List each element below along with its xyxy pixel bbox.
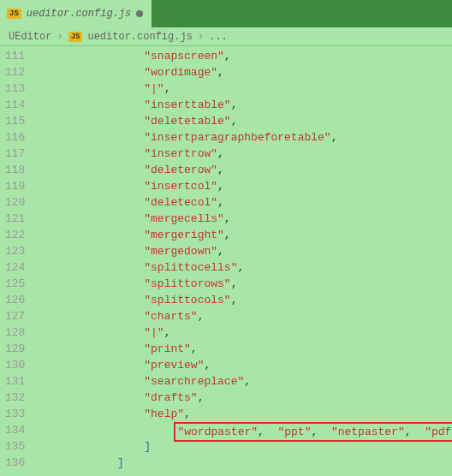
line-number: 112 xyxy=(5,64,25,80)
code-editor[interactable]: 1111121131141151161171181191201211221231… xyxy=(0,46,452,476)
line-number: 116 xyxy=(5,129,25,146)
chevron-right-icon: › xyxy=(198,31,204,43)
js-icon: JS xyxy=(68,32,83,42)
line-number: 119 xyxy=(5,178,25,194)
code-line: "deletecol", xyxy=(37,194,452,211)
line-number: 122 xyxy=(5,227,25,243)
chevron-right-icon: › xyxy=(56,31,62,43)
js-icon: JS xyxy=(7,9,21,19)
line-number: 135 xyxy=(5,438,25,455)
code-line: "|", xyxy=(37,324,452,341)
code-line: "snapscreen", xyxy=(37,48,452,64)
line-number: 113 xyxy=(5,80,25,97)
dirty-indicator-icon[interactable] xyxy=(136,10,143,17)
breadcrumb-more[interactable]: ... xyxy=(209,31,228,43)
breadcrumb: UEditor › JS ueditor.config.js › ... xyxy=(0,27,452,46)
line-number: 128 xyxy=(5,324,25,341)
code-line: ] xyxy=(37,455,452,471)
line-number: 121 xyxy=(5,211,25,227)
line-number: 127 xyxy=(5,308,25,324)
code-line: "deletetable", xyxy=(37,113,452,129)
code-line: "|", xyxy=(37,80,452,97)
code-line: "insertrow", xyxy=(37,146,452,162)
tab-ueditor-config[interactable]: JS ueditor.config.js xyxy=(0,0,152,27)
breadcrumb-root[interactable]: UEditor xyxy=(9,31,51,43)
code-line: "deleterow", xyxy=(37,162,452,178)
line-number: 131 xyxy=(5,373,25,390)
line-number-gutter: 1111121131141151161171181191201211221231… xyxy=(0,46,37,476)
code-line: "mergecells", xyxy=(37,211,452,227)
line-number: 123 xyxy=(5,243,25,259)
line-number: 124 xyxy=(5,259,25,276)
code-line: "preview", xyxy=(37,357,452,373)
code-line: "splittocells", xyxy=(37,259,452,276)
line-number: 129 xyxy=(5,341,25,357)
line-number: 130 xyxy=(5,357,25,373)
line-number: 111 xyxy=(5,48,25,64)
code-line: "wordpaster", "ppt", "netpaster", "pdf" xyxy=(37,422,452,438)
code-line: "drafts", xyxy=(37,390,452,406)
code-line: "mergeright", xyxy=(37,227,452,243)
line-number: 132 xyxy=(5,390,25,406)
line-number: 126 xyxy=(5,292,25,308)
line-number: 114 xyxy=(5,97,25,113)
code-line: "insertcol", xyxy=(37,178,452,194)
code-line: "charts", xyxy=(37,308,452,324)
line-number: 117 xyxy=(5,146,25,162)
code-line: "mergedown", xyxy=(37,243,452,259)
code-line: "inserttable", xyxy=(37,97,452,113)
code-line: "splittocols", xyxy=(37,292,452,308)
tab-filename: ueditor.config.js xyxy=(27,8,131,20)
line-number: 125 xyxy=(5,276,25,292)
code-content[interactable]: "snapscreen", "wordimage", "|", "insertt… xyxy=(37,46,452,476)
tab-bar: JS ueditor.config.js xyxy=(0,0,452,27)
line-number: 120 xyxy=(5,194,25,211)
breadcrumb-file[interactable]: ueditor.config.js xyxy=(87,31,192,43)
line-number: 134 xyxy=(5,422,25,438)
code-line: "insertparagraphbeforetable", xyxy=(37,129,452,146)
code-line: "searchreplace", xyxy=(37,373,452,390)
code-line: "print", xyxy=(37,341,452,357)
line-number: 136 xyxy=(5,455,25,471)
code-line: "splittorows", xyxy=(37,276,452,292)
code-line: "help", xyxy=(37,406,452,422)
line-number: 115 xyxy=(5,113,25,129)
code-line: "wordimage", xyxy=(37,64,452,80)
line-number: 133 xyxy=(5,406,25,422)
line-number: 118 xyxy=(5,162,25,178)
